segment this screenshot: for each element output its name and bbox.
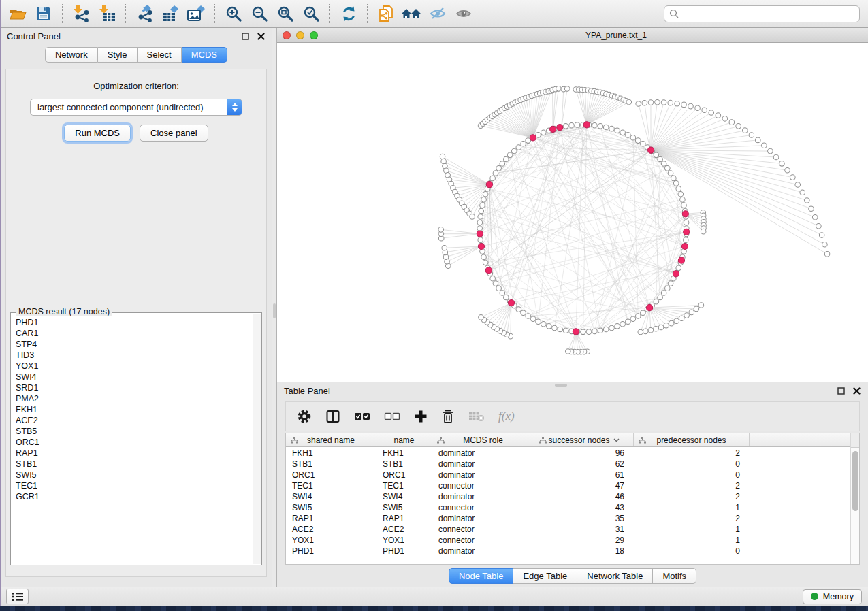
leaf-node[interactable] [658, 325, 664, 330]
ring-node[interactable] [541, 130, 547, 135]
mcds-result-list[interactable]: PHD1CAR1STP4TID3YOX1SWI4SRD1PMA2FKH1ACE2… [11, 314, 253, 564]
zoom-selected-button[interactable] [299, 3, 323, 25]
dominator-node[interactable] [646, 305, 652, 311]
table-row[interactable]: TEC1TEC1connector472 [286, 480, 850, 491]
leaf-node[interactable] [785, 167, 790, 173]
leaf-node[interactable] [762, 143, 767, 148]
open-session-button[interactable] [5, 3, 30, 25]
table-row[interactable]: SWI4SWI4dominator462 [286, 491, 850, 502]
ring-node[interactable] [516, 307, 521, 312]
ring-node[interactable] [592, 122, 598, 128]
select-all-columns-button[interactable] [354, 412, 370, 421]
search-box[interactable] [664, 5, 860, 22]
first-neighbors-button[interactable] [400, 3, 424, 25]
ring-node[interactable] [490, 276, 496, 281]
leaf-node[interactable] [681, 102, 687, 108]
window-minimize-button[interactable] [296, 31, 304, 39]
table-cell[interactable]: dominator [432, 514, 534, 523]
table-cell[interactable]: 0 [634, 470, 750, 480]
leaf-node[interactable] [805, 198, 810, 203]
table-cell[interactable]: dominator [432, 546, 534, 556]
leaf-node[interactable] [722, 116, 728, 122]
table-cell[interactable]: connector [432, 525, 534, 534]
ring-node[interactable] [478, 214, 483, 220]
ring-node[interactable] [609, 325, 615, 331]
table-cell[interactable]: STB1 [376, 459, 432, 469]
export-image-button[interactable] [184, 3, 208, 25]
table-cell[interactable]: 2 [634, 514, 750, 523]
ring-node[interactable] [641, 310, 646, 316]
leaf-node[interactable] [809, 206, 814, 212]
leaf-node[interactable] [688, 103, 694, 109]
ring-node[interactable] [620, 321, 626, 327]
leaf-node[interactable] [669, 320, 674, 326]
mcds-result-item[interactable]: ORC1 [16, 437, 253, 448]
delete-column-button[interactable] [441, 409, 455, 424]
network-graph[interactable] [277, 43, 868, 382]
close-table-panel-button[interactable] [852, 386, 861, 396]
leaf-node[interactable] [743, 128, 748, 133]
leaf-node[interactable] [816, 223, 822, 229]
table-cell[interactable]: YOX1 [286, 535, 376, 545]
ring-node[interactable] [483, 191, 488, 197]
ring-node[interactable] [563, 124, 568, 129]
table-cell[interactable]: 18 [534, 546, 634, 556]
leaf-node[interactable] [824, 252, 830, 257]
dominator-node[interactable] [486, 182, 492, 188]
leaf-node[interactable] [564, 86, 570, 92]
ring-node[interactable] [507, 152, 513, 158]
leaf-node[interactable] [694, 306, 699, 312]
table-cell[interactable]: 1 [634, 525, 750, 534]
float-panel-button[interactable] [240, 32, 250, 42]
ring-node[interactable] [626, 133, 631, 138]
ring-node[interactable] [641, 141, 646, 146]
leaf-node[interactable] [822, 242, 828, 247]
table-row[interactable]: PHD1PHD1dominator180 [286, 546, 850, 557]
ring-node[interactable] [654, 152, 659, 158]
table-cell[interactable]: 47 [534, 481, 634, 491]
float-table-panel-button[interactable] [836, 386, 846, 396]
leaf-node[interactable] [442, 245, 447, 250]
ring-node[interactable] [536, 319, 541, 325]
table-tab-node-table[interactable]: Node Table [449, 568, 514, 584]
leaf-node[interactable] [800, 190, 805, 195]
hide-selected-button[interactable] [425, 3, 450, 25]
mcds-result-item[interactable]: SRD1 [16, 382, 253, 393]
dominator-node[interactable] [682, 211, 688, 217]
close-panel-button[interactable] [256, 32, 266, 42]
leaf-node[interactable] [674, 318, 679, 324]
ring-node[interactable] [635, 314, 641, 319]
table-cell[interactable]: SWI5 [286, 503, 376, 512]
leaf-node[interactable] [779, 161, 785, 167]
leaf-node[interactable] [566, 349, 571, 354]
ring-node[interactable] [609, 126, 615, 131]
ring-node[interactable] [490, 176, 496, 181]
leaf-node[interactable] [695, 105, 701, 111]
table-row[interactable]: RAP1RAP1dominator352 [286, 513, 850, 524]
ring-node[interactable] [665, 166, 671, 171]
ring-node[interactable] [521, 141, 526, 146]
ring-node[interactable] [598, 124, 603, 129]
ring-node[interactable] [504, 295, 509, 300]
table-cell[interactable]: dominator [432, 492, 534, 501]
ring-node[interactable] [668, 171, 673, 176]
leaf-node[interactable] [668, 100, 673, 105]
ring-node[interactable] [479, 208, 484, 214]
leaf-node[interactable] [648, 100, 654, 105]
ring-node[interactable] [483, 260, 488, 265]
table-cell[interactable]: 29 [534, 535, 634, 545]
ring-node[interactable] [603, 327, 609, 332]
refresh-button[interactable] [336, 3, 361, 25]
ring-node[interactable] [630, 316, 636, 322]
leaf-node[interactable] [675, 101, 680, 106]
zoom-fit-button[interactable] [273, 3, 298, 25]
leaf-node[interactable] [626, 99, 632, 105]
table-cell[interactable]: 62 [534, 459, 634, 469]
table-cell[interactable]: TEC1 [376, 481, 432, 491]
leaf-node[interactable] [768, 148, 773, 154]
export-table-button[interactable] [158, 3, 182, 25]
table-cell[interactable]: 2 [634, 448, 750, 458]
mcds-result-item[interactable]: YOX1 [16, 361, 253, 371]
table-row[interactable]: SWI5SWI5connector431 [286, 502, 850, 513]
import-table-button[interactable] [95, 3, 119, 25]
